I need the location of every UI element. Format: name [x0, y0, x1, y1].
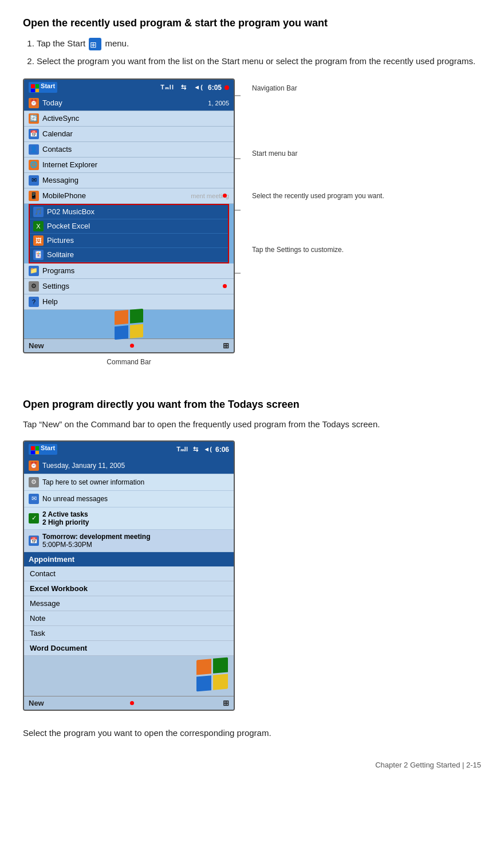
nav-time: 6:05 — [208, 84, 222, 92]
date-icon: ⏰ — [29, 460, 39, 471]
owner-info-row: ⚙ Tap here to set owner information — [24, 474, 234, 491]
chapter-note: Chapter 2 Getting Started | 2-15 — [23, 761, 481, 769]
cmd-icon: ⊞ — [223, 341, 229, 350]
today-label: Today — [42, 99, 62, 107]
meeting-icon: 📅 — [29, 536, 39, 546]
tasks-icon: ✓ — [29, 513, 39, 524]
excel-label: Excel Workbook — [30, 584, 88, 593]
popup-note: Note — [24, 611, 234, 626]
nav-icons: Tₘll ⇆ ◄( — [160, 84, 208, 91]
calendar-label: Calendar — [42, 129, 73, 138]
annotations-panel: Navigation Bar Start menu bar Select the… — [235, 78, 481, 254]
settings-label: Settings — [42, 282, 69, 290]
menu-mobilephone: 📱 MobilePhone ment meeting — [24, 188, 234, 204]
ann-startmenu: Start menu bar — [252, 149, 481, 158]
menu-settings: ⚙ Settings — [24, 279, 234, 294]
section2-body: Tap “New” on the Command bar to open the… — [23, 418, 481, 431]
caption-command-bar: Command Bar — [23, 358, 235, 366]
menu-programs: 📁 Programs — [24, 263, 234, 279]
cmd-red-dot — [130, 344, 134, 348]
activesync-label: ActiveSync — [42, 114, 79, 123]
start-icon — [89, 38, 101, 50]
ann-settings: Tap the Settings to customize. — [252, 246, 481, 254]
popup-contact: Contact — [24, 566, 234, 581]
step-2: Select the program you want from the lis… — [37, 55, 481, 68]
popup-task: Task — [24, 626, 234, 641]
ie-icon: 🌐 — [29, 160, 39, 170]
recent-pocket-excel: X Pocket Excel — [30, 219, 228, 234]
menu-help: ? Help — [24, 294, 234, 310]
menu-calendar: 📅 Calendar — [24, 127, 234, 142]
cmd2-icon: ⊞ — [223, 699, 229, 707]
task-label: Task — [30, 629, 45, 637]
messages-row: ✉ No unread messages — [24, 491, 234, 507]
windows-logo — [115, 308, 143, 339]
p02-label: P02 MusicBox — [47, 207, 94, 216]
mobilephone-icon: 📱 — [29, 191, 39, 201]
today-date: 1, 2005 — [208, 100, 229, 107]
nav2-time: 6:06 — [215, 446, 229, 454]
help-label: Help — [42, 297, 58, 306]
help-icon: ? — [29, 297, 39, 307]
calendar-icon: 📅 — [29, 129, 39, 139]
settings-red-dot — [223, 284, 227, 288]
new-label: New — [29, 341, 44, 350]
settings-icon: ⚙ — [29, 281, 39, 292]
recently-used-box: 🎵 P02 MusicBox X Pocket Excel 🖼 Pictures… — [29, 204, 229, 263]
menu-activesync: 🔄 ActiveSync — [24, 111, 234, 127]
tasks-row: ✓ 2 Active tasks2 High priority — [24, 507, 234, 530]
recent-solitaire: 🃏 Solitaire — [30, 248, 228, 262]
meeting-row: 📅 Tomorrow: development meeting5:00PM-5:… — [24, 530, 234, 552]
contact-label: Contact — [30, 569, 56, 578]
word-label: Word Document — [30, 644, 87, 652]
pocket-excel-icon: X — [33, 221, 44, 231]
mobilephone-red-dot — [223, 194, 227, 198]
nav-red-dot — [225, 85, 229, 90]
messages-text: No unread messages — [42, 495, 108, 503]
screen1-device: Start Tₘll ⇆ ◄( 6:05 ⏰ Today 1, 2005 🔄 A… — [23, 78, 235, 353]
screen1-navbar: Start Tₘll ⇆ ◄( 6:05 — [24, 80, 234, 96]
recent-p02: 🎵 P02 MusicBox — [30, 205, 228, 219]
step-1: Tap the Start menu. — [37, 37, 481, 50]
logo-area — [24, 310, 234, 338]
menu-contacts: 👤 Contacts — [24, 142, 234, 158]
tasks-text: 2 Active tasks2 High priority — [42, 510, 89, 526]
programs-label: Programs — [42, 266, 74, 275]
annotation-lines — [235, 78, 498, 376]
screenshot2-block: Start Tₘll ⇆ ◄( 6:06 ⏰ Tuesday, January … — [23, 440, 481, 711]
section1-title: Open the recently used program & start t… — [23, 17, 481, 29]
solitaire-label: Solitaire — [47, 250, 74, 259]
section2-title: Open program directly you want from the … — [23, 399, 481, 411]
messaging-icon: ✉ — [29, 175, 39, 186]
programs-icon: 📁 — [29, 266, 39, 276]
owner-text: Tap here to set owner information — [42, 478, 144, 486]
contacts-label: Contacts — [42, 145, 72, 153]
activesync-icon: 🔄 — [29, 113, 39, 124]
meeting-text: Tomorrow: development meeting5:00PM-5:30… — [42, 533, 150, 549]
cmd2-new: New — [29, 699, 44, 707]
start-flag2: Start — [29, 444, 57, 455]
ann-recently: Select the recently used program you wan… — [252, 192, 481, 200]
menu-today: ⏰ Today 1, 2005 — [24, 96, 234, 111]
menu-messaging: ✉ Messaging — [24, 173, 234, 188]
contacts-icon: 👤 — [29, 144, 39, 155]
nav2-icons: Tₘll ⇆ ◄( — [176, 446, 215, 453]
screen1-commandbar: New ⊞ — [24, 338, 234, 352]
date-text: Tuesday, January 11, 2005 — [42, 462, 125, 470]
today-icon: ⏰ — [29, 98, 39, 108]
message-label: Message — [30, 599, 60, 608]
cmd2-red-dot — [130, 701, 134, 705]
owner-icon: ⚙ — [29, 477, 39, 487]
appointment-header: Appointment — [24, 552, 234, 566]
today-date-row: ⏰ Tuesday, January 11, 2005 — [24, 458, 234, 474]
mail-icon: ✉ — [29, 494, 39, 504]
screen2-navbar: Start Tₘll ⇆ ◄( 6:06 — [24, 442, 234, 458]
recent-pictures: 🖼 Pictures — [30, 234, 228, 248]
device-screen1: Start Tₘll ⇆ ◄( 6:05 ⏰ Today 1, 2005 🔄 A… — [23, 78, 235, 366]
screen2-device: Start Tₘll ⇆ ◄( 6:06 ⏰ Tuesday, January … — [23, 440, 235, 711]
footer-text: Select the program you want to open the … — [23, 728, 481, 738]
ann-navbar: Navigation Bar — [252, 84, 481, 92]
windows-logo2 — [196, 657, 228, 691]
pictures-icon: 🖼 — [33, 235, 44, 246]
screen2-commandbar: New ⊞ — [24, 696, 234, 710]
